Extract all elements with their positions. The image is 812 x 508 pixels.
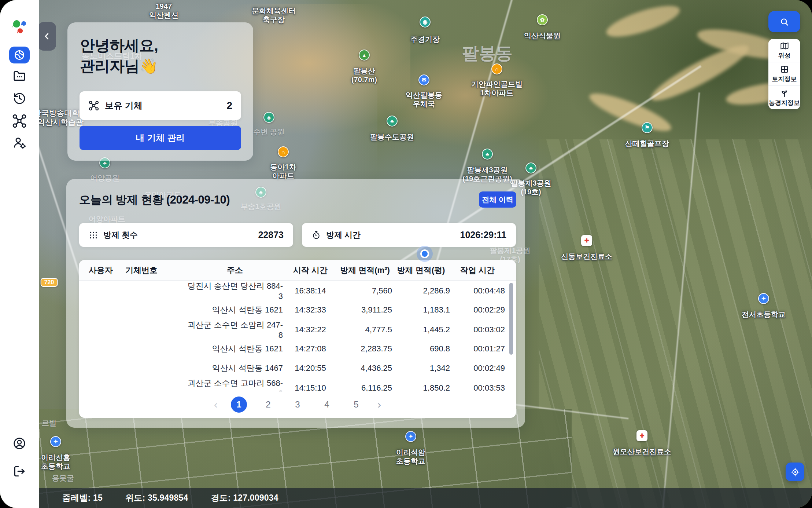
cell-area-pyeong: 2,286.9 [392,286,450,296]
cell-area-m2: 3,911.25 [338,305,392,315]
cell-address: 익산시 석탄동 1467 [187,363,283,374]
latitude: 위도: 35.949854 [125,492,188,504]
satellite-map-icon [780,41,789,51]
zoom-level: 줌레벨: 15 [62,492,103,504]
table-row[interactable]: 익산시 석탄동 1621 14:27:08 2,283.75 690.8 00:… [79,339,516,358]
layer-farmland-info-label: 농경지정보 [769,99,800,107]
cell-address: 괴산군 소수면 소암리 247-8 [187,319,283,340]
sidebar-item-projects[interactable] [12,69,27,83]
pagination-page-4[interactable]: 4 [319,396,335,413]
pagination-page-1[interactable]: 1 [231,396,247,413]
pagination-page-5[interactable]: 5 [348,396,364,413]
crosshair-icon [790,467,800,477]
cell-area-pyeong: 1,850.2 [392,383,450,391]
greeting-line1: 안녕하세요, [80,36,158,56]
cell-area-pyeong: 1,183.1 [392,305,450,315]
pagination-page-3[interactable]: 3 [289,396,306,413]
map-layer-panel: 위성 토지정보 농경지정보 [768,39,800,109]
sidebar-item-account-settings[interactable] [12,135,27,150]
col-start-time: 시작 시간 [283,265,338,276]
map-search-button[interactable] [768,11,800,32]
search-icon [779,17,789,27]
map-construction-area2 [381,44,550,147]
col-address: 주소 [187,265,283,276]
sidebar-item-profile[interactable] [12,436,27,451]
table-row[interactable]: 당진시 송산면 당산리 884-3 16:38:14 7,560 2,286.9… [79,281,516,300]
table-row[interactable]: 괴산군 소수면 소암리 247-8 14:32:22 4,777.5 1,445… [79,319,516,339]
today-status-panel: 오늘의 방제 현황 (2024-09-10) 전체 이력 방제 횟수 22873… [66,179,525,428]
user-settings-icon [12,135,27,150]
locate-me-button[interactable] [786,463,804,481]
table-row[interactable]: 괴산군 소수면 고마리 568-3 14:15:10 6,116.25 1,85… [79,378,516,391]
sidebar-item-logout[interactable] [12,464,26,478]
pagination-page-2[interactable]: 2 [260,396,276,413]
owned-drones-value: 2 [226,100,232,112]
cell-work-time: 00:02:49 [450,363,505,373]
cell-start-time: 14:27:08 [283,344,338,354]
cell-address: 익산시 석탄동 1621 [187,304,283,315]
dots-grid-icon [89,230,98,240]
owned-drones-label: 보유 기체 [105,100,143,112]
table-body[interactable]: 당진시 송산면 당산리 884-3 16:38:14 7,560 2,286.9… [79,281,516,391]
longitude: 경도: 127.009034 [211,492,278,504]
cell-start-time: 14:32:33 [283,305,338,315]
col-user: 사용자 [89,265,125,276]
sidebar [0,0,39,508]
spray-time-card: 방제 시간 1026:29:11 [302,223,516,247]
spray-count-label: 방제 횟수 [103,230,138,241]
cell-start-time: 14:20:55 [283,363,338,373]
cell-start-time: 16:38:14 [283,286,338,296]
sidebar-collapse-button[interactable] [38,22,56,51]
crop-sprout-icon [780,88,789,98]
current-location-marker [417,246,433,262]
cell-address: 당진시 송산면 당산리 884-3 [187,281,283,301]
logout-icon [12,464,26,478]
owned-drones-card: 보유 기체 2 [80,91,241,120]
table-scrollbar[interactable] [509,283,513,355]
drone-icon [88,100,99,111]
layer-land-info[interactable]: 토지정보 [768,62,800,86]
brand-logo [11,18,28,36]
full-history-button[interactable]: 전체 이력 [479,191,516,208]
cell-work-time: 00:02:29 [450,305,505,315]
sidebar-item-drones[interactable] [12,113,27,129]
pagination-prev[interactable]: ‹ [214,398,218,411]
drone-icon [12,113,27,129]
table-row[interactable]: 익산시 석탄동 1621 14:32:33 3,911.25 1,183.1 0… [79,300,516,319]
chevron-left-icon [42,32,52,41]
layer-farmland-info[interactable]: 농경지정보 [768,86,800,109]
col-area-m2: 방제 면적(m²) [338,265,392,276]
app-frame: 1947익산펜션문화체육센터축구장◉주경기장✿익산식물원▲팔봉산(70.7m)✉… [0,0,812,508]
cell-area-pyeong: 1,445.2 [392,325,450,335]
marker-core [422,251,428,257]
layer-land-info-label: 토지정보 [772,75,797,83]
spray-time-value: 1026:29:11 [460,230,506,240]
sidebar-item-history[interactable] [12,91,27,105]
globe-icon [13,49,26,61]
cell-area-m2: 2,283.75 [338,344,392,354]
cell-area-m2: 6,116.25 [338,383,392,391]
cell-start-time: 14:32:22 [283,325,338,335]
cell-area-m2: 4,777.5 [338,325,392,335]
map-farmland-right [539,139,812,508]
golf-fairway [603,0,683,43]
pagination-next[interactable]: › [377,398,381,411]
spray-time-label: 방제 시간 [326,230,361,241]
cell-address: 괴산군 소수면 고마리 568-3 [187,378,283,391]
spray-count-card: 방제 횟수 22873 [79,223,293,247]
cell-area-m2: 4,436.25 [338,363,392,373]
col-work-time: 작업 시간 [450,265,505,276]
manage-drones-button[interactable]: 내 기체 관리 [80,126,241,150]
history-icon [12,91,27,105]
map-status-bar: 줌레벨: 15 위도: 35.949854 경도: 127.009034 [0,488,812,508]
land-grid-icon [780,65,789,74]
cell-area-m2: 7,560 [338,286,392,296]
table-header: 사용자 기체번호 주소 시작 시간 방제 면적(m²) 방제 면적(평) 작업 … [79,260,516,281]
table-row[interactable]: 익산시 석탄동 1467 14:20:55 4,436.25 1,342 00:… [79,358,516,378]
cell-address: 익산시 석탄동 1621 [187,343,283,354]
layer-satellite[interactable]: 위성 [768,39,800,62]
sidebar-item-map[interactable] [9,47,30,63]
today-panel-title: 오늘의 방제 현황 (2024-09-10) [79,192,230,208]
greeting-panel: 안녕하세요, 관리자님👋 보유 기체 2 내 기체 관리 [67,22,253,161]
spray-log-table: 사용자 기체번호 주소 시작 시간 방제 면적(m²) 방제 면적(평) 작업 … [79,260,516,418]
